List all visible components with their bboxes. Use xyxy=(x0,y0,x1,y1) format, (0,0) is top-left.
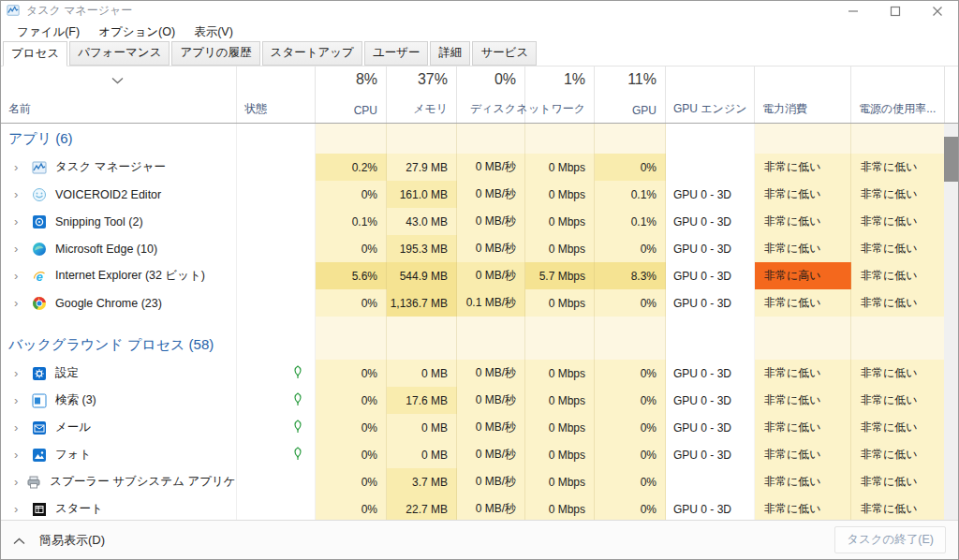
suspended-leaf-icon xyxy=(292,447,303,464)
expand-chevron-icon[interactable]: › xyxy=(14,503,23,515)
gpu-engine-cell: GPU 0 - 3D xyxy=(666,441,755,468)
table-row[interactable]: ›フォト0%0 MB0 MB/秒0 Mbps0%GPU 0 - 3D非常に低い非… xyxy=(1,441,958,468)
power-cell: 非常に低い xyxy=(755,154,851,181)
chevron-down-icon[interactable] xyxy=(111,71,124,88)
disk-cell: 0 MB/秒 xyxy=(457,441,525,468)
tab-サービス[interactable]: サービス xyxy=(472,41,537,66)
name-cell[interactable]: ›設定 xyxy=(1,360,237,387)
expand-chevron-icon[interactable]: › xyxy=(14,394,23,406)
maximize-button[interactable] xyxy=(874,1,916,22)
table-row[interactable]: ›VOICEROID2 Editor0%161.0 MB0 MB/秒0 Mbps… xyxy=(1,181,958,208)
expand-chevron-icon[interactable]: › xyxy=(14,449,23,461)
column-header-power[interactable]: 電力消費 xyxy=(755,66,851,123)
memory-cell: 0 MB xyxy=(387,360,457,387)
table-row[interactable]: ›Google Chrome (23)0%1,136.7 MB0.1 MB/秒0… xyxy=(1,289,958,317)
tab-詳細[interactable]: 詳細 xyxy=(430,41,470,66)
menu-item[interactable]: ファイル(F) xyxy=(9,22,87,43)
tab-スタートアップ[interactable]: スタートアップ xyxy=(262,41,362,66)
menu-item[interactable]: オプション(O) xyxy=(91,22,183,43)
network-cell: 0 Mbps xyxy=(525,360,595,387)
power-trend-column-label: 電源の使用率... xyxy=(859,101,937,117)
expand-chevron-icon[interactable]: › xyxy=(14,270,23,282)
expand-chevron-icon[interactable]: › xyxy=(14,421,23,434)
column-header-name[interactable]: 名前 xyxy=(1,66,237,123)
memory-cell xyxy=(387,124,457,154)
minimize-button[interactable] xyxy=(832,1,874,22)
svg-text:e: e xyxy=(36,269,42,283)
process-name: 検索 (3) xyxy=(55,392,96,408)
column-header-status[interactable]: 状態 xyxy=(237,66,316,123)
table-row[interactable]: ›Snipping Tool (2)0.1%43.0 MB0 MB/秒0 Mbp… xyxy=(1,208,958,235)
name-cell[interactable]: ›Snipping Tool (2) xyxy=(1,208,237,235)
cpu-cell: 0.2% xyxy=(316,154,387,181)
memory-total-percent: 37% xyxy=(418,71,448,88)
column-header-disk[interactable]: 0% ディスク xyxy=(457,66,525,123)
name-cell[interactable]: ›Google Chrome (23) xyxy=(1,289,237,317)
cpu-cell: 0% xyxy=(316,235,387,262)
gpu-engine-cell: GPU 0 - 3D xyxy=(666,262,755,289)
cpu-cell: 0% xyxy=(316,495,387,522)
expand-chevron-icon[interactable]: › xyxy=(14,243,23,255)
power-cell: 非常に低い xyxy=(755,441,851,468)
edge-icon xyxy=(32,242,47,257)
column-header-memory[interactable]: 37% メモリ xyxy=(387,66,457,123)
memory-cell: 195.3 MB xyxy=(387,235,457,262)
table-header: 名前 状態 8% CPU 37% メモリ 0% ディスク 1% ネットワーク 1… xyxy=(1,66,958,124)
name-cell[interactable]: ›スタート xyxy=(1,495,237,522)
status-cell xyxy=(237,317,316,330)
name-cell[interactable]: ›VOICEROID2 Editor xyxy=(1,181,237,208)
gpu-cell: 0% xyxy=(595,235,666,262)
power-trend-cell: 非常に低い xyxy=(851,181,945,208)
column-header-network[interactable]: 1% ネットワーク xyxy=(525,66,595,123)
memory-column-label: メモリ xyxy=(413,101,448,117)
table-row[interactable]: ›設定0%0 MB0 MB/秒0 Mbps0%GPU 0 - 3D非常に低い非常… xyxy=(1,360,958,387)
tab-アプリの履歴[interactable]: アプリの履歴 xyxy=(171,41,259,66)
name-cell[interactable]: ›Microsoft Edge (10) xyxy=(1,235,237,262)
column-header-cpu[interactable]: 8% CPU xyxy=(316,66,387,123)
name-cell[interactable]: ›フォト xyxy=(1,441,237,468)
expand-chevron-icon[interactable]: › xyxy=(14,161,23,173)
expand-chevron-icon[interactable]: › xyxy=(14,476,18,488)
expand-chevron-icon[interactable]: › xyxy=(14,367,23,379)
name-cell[interactable]: ›タスク マネージャー xyxy=(1,154,237,181)
expand-chevron-icon[interactable]: › xyxy=(14,188,23,200)
table-row[interactable]: ›スタート0%22.7 MB0 MB/秒0 Mbps0%GPU 0 - 3D非常… xyxy=(1,495,958,522)
status-cell xyxy=(237,124,316,154)
expand-chevron-icon[interactable]: › xyxy=(14,215,23,228)
process-name: タスク マネージャー xyxy=(55,159,166,175)
expand-chevron-icon[interactable]: › xyxy=(14,297,23,309)
table-row[interactable]: ›タスク マネージャー0.2%27.9 MB0 MB/秒0 Mbps0%非常に低… xyxy=(1,154,958,181)
power-cell xyxy=(755,330,851,360)
column-header-power-trend[interactable]: 電源の使用率... xyxy=(851,66,945,123)
menu-item[interactable]: 表示(V) xyxy=(186,22,241,43)
tab-プロセス[interactable]: プロセス xyxy=(3,41,67,66)
close-button[interactable] xyxy=(916,1,958,22)
table-row[interactable]: ›検索 (3)0%17.6 MB0 MB/秒0 Mbps0%GPU 0 - 3D… xyxy=(1,387,958,414)
scrollbar-thumb[interactable] xyxy=(944,137,958,182)
table-row[interactable]: ›メール0%0 MB0 MB/秒0 Mbps0%GPU 0 - 3D非常に低い非… xyxy=(1,414,958,441)
vertical-scrollbar[interactable] xyxy=(944,124,958,522)
name-cell[interactable]: ›検索 (3) xyxy=(1,387,237,414)
disk-cell: 0 MB/秒 xyxy=(457,468,525,495)
section-row: バックグラウンド プロセス (58) xyxy=(1,330,958,360)
gpu-cell: 0% xyxy=(595,154,666,181)
column-header-gpu-engine[interactable]: GPU エンジン xyxy=(666,66,755,123)
gpu-engine-cell xyxy=(666,468,755,495)
tab-ユーザー[interactable]: ユーザー xyxy=(364,41,429,66)
table-row[interactable]: ›スプーラー サブシステム アプリケーション0%3.7 MB0 MB/秒0 Mb… xyxy=(1,468,958,495)
table-row[interactable]: ›Microsoft Edge (10)0%195.3 MB0 MB/秒0 Mb… xyxy=(1,235,958,262)
power-cell: 非常に低い xyxy=(755,414,851,441)
name-cell[interactable]: ›メール xyxy=(1,414,237,441)
cpu-cell: 0% xyxy=(316,414,387,441)
column-header-gpu[interactable]: 11% GPU xyxy=(595,66,666,123)
network-cell xyxy=(525,124,595,154)
fewer-details-toggle[interactable]: 簡易表示(D) xyxy=(13,532,105,549)
tab-パフォーマンス[interactable]: パフォーマンス xyxy=(69,41,170,66)
network-cell: 0 Mbps xyxy=(525,154,595,181)
process-name: VOICEROID2 Editor xyxy=(55,188,161,201)
end-task-button[interactable]: タスクの終了(E) xyxy=(834,526,946,553)
name-cell[interactable]: ›スプーラー サブシステム アプリケーション xyxy=(1,468,237,495)
table-row[interactable]: ›eInternet Explorer (32 ビット)5.6%544.9 MB… xyxy=(1,262,958,289)
name-cell[interactable]: ›eInternet Explorer (32 ビット) xyxy=(1,262,237,289)
status-cell xyxy=(237,330,316,360)
